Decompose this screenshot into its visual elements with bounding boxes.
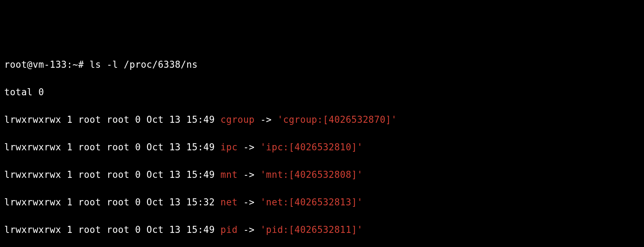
ls-entry: lrwxrwxrwx 1 root root 0 Oct 13 15:49 mn… bbox=[4, 168, 640, 182]
command-line-1[interactable]: root@vm-133:~# ls -l /proc/6338/ns bbox=[4, 58, 640, 72]
total-line: total 0 bbox=[4, 85, 640, 99]
shell-prompt: root@vm-133:~# bbox=[4, 59, 84, 70]
ls-entry: lrwxrwxrwx 1 root root 0 Oct 13 15:49 cg… bbox=[4, 113, 640, 127]
ls-meta: lrwxrwxrwx 1 root root 0 Oct 13 15:49 bbox=[4, 169, 221, 180]
ls-meta: lrwxrwxrwx 1 root root 0 Oct 13 15:49 bbox=[4, 224, 221, 235]
ls-entry: lrwxrwxrwx 1 root root 0 Oct 13 15:49 pi… bbox=[4, 223, 640, 237]
command-text: ls -l /proc/6338/ns bbox=[89, 59, 198, 70]
ls-arrow: -> bbox=[237, 142, 260, 152]
ls-target: 'cgroup:[4026532870]' bbox=[277, 114, 397, 125]
ls-arrow: -> bbox=[237, 197, 260, 207]
ls-arrow: -> bbox=[255, 114, 278, 125]
ls-target: 'mnt:[4026532808]' bbox=[260, 169, 363, 180]
ls-name: net bbox=[221, 197, 237, 207]
ls-meta: lrwxrwxrwx 1 root root 0 Oct 13 15:49 bbox=[4, 114, 221, 125]
ls-target: 'ipc:[4026532810]' bbox=[260, 142, 363, 152]
ls-arrow: -> bbox=[237, 169, 260, 180]
ls-name: cgroup bbox=[221, 114, 255, 125]
ls-target: 'pid:[4026532811]' bbox=[260, 224, 363, 235]
ls-entry: lrwxrwxrwx 1 root root 0 Oct 13 15:49 ip… bbox=[4, 140, 640, 154]
ls-target: 'net:[4026532813]' bbox=[260, 197, 363, 207]
ls-arrow: -> bbox=[237, 224, 260, 235]
ls-meta: lrwxrwxrwx 1 root root 0 Oct 13 15:49 bbox=[4, 142, 221, 152]
ls-entry: lrwxrwxrwx 1 root root 0 Oct 13 15:32 ne… bbox=[4, 195, 640, 209]
ls-name: ipc bbox=[221, 142, 237, 152]
ls-name: mnt bbox=[221, 169, 237, 180]
ls-name: pid bbox=[221, 224, 237, 235]
ls-meta: lrwxrwxrwx 1 root root 0 Oct 13 15:32 bbox=[4, 197, 221, 207]
